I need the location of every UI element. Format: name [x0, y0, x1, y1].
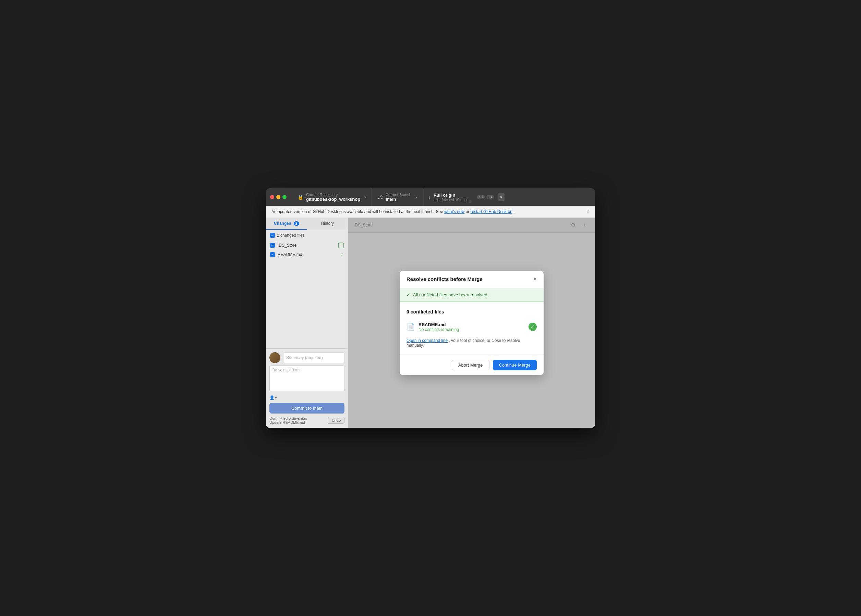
modal-footer: Abort Merge Continue Merge — [400, 355, 544, 375]
conflicted-count-label: 0 conflicted files — [406, 309, 537, 314]
update-text: An updated version of GitHub Desktop is … — [271, 209, 515, 214]
banner-close-button[interactable]: × — [586, 209, 590, 215]
modal-body: 0 conflicted files 📄 README.md No confli… — [400, 302, 544, 355]
pull-sublabel: Last fetched 19 minu... — [434, 198, 472, 202]
sidebar-spacer — [266, 259, 348, 349]
commit-footer: Committed 5 days ago Update README.md Un… — [269, 416, 345, 424]
file-name-readme: README.md — [278, 252, 338, 257]
modal-title: Resolve conflicts before Merge — [406, 276, 483, 282]
pull-labels: Pull origin Last fetched 19 minu... — [434, 193, 472, 202]
up-arrow-icon: ↑ — [479, 195, 480, 199]
branch-labels: Current Branch main — [386, 193, 411, 202]
commit-footer-left: Committed 5 days ago Update README.md — [269, 416, 307, 424]
file-conflict-details: README.md No conflicts remaining — [419, 322, 525, 332]
list-item[interactable]: ✓ .DS_Store + — [266, 240, 348, 250]
branch-name: main — [386, 196, 411, 202]
commit-input-row — [269, 352, 345, 363]
pull-badges: ↑ 1 ↓ 1 — [477, 195, 494, 200]
update-banner: An updated version of GitHub Desktop is … — [266, 206, 595, 218]
commit-area: 👤+ Commit to main Committed 5 days ago U… — [266, 349, 348, 428]
conflict-resolved-icon: ✓ — [529, 323, 537, 331]
command-line-text: Open in command line , your tool of choi… — [406, 338, 537, 348]
repo-label: Current Repository — [306, 193, 360, 196]
coauthor-icon: 👤+ — [269, 395, 277, 400]
pull-dropdown-button[interactable]: ▾ — [498, 193, 505, 201]
avatar — [269, 352, 280, 363]
abort-merge-button[interactable]: Abort Merge — [452, 360, 490, 370]
pull-down-badge: ↓ 1 — [486, 195, 494, 200]
right-panel: .DS_Store ⚙ + Resolve conflicts before M… — [348, 218, 595, 428]
conflict-file-status: No conflicts remaining — [419, 327, 525, 332]
current-repo-section[interactable]: 🔒 Current Repository githubdesktop_works… — [292, 188, 372, 206]
sidebar-tabs: Changes 2 History — [266, 218, 348, 230]
changes-count-badge: 2 — [294, 221, 299, 226]
open-command-line-link[interactable]: Open in command line — [406, 338, 448, 343]
changed-files-label: 2 changed files — [277, 233, 305, 238]
file-conflict-item: 📄 README.md No conflicts remaining ✓ — [406, 319, 537, 335]
whats-new-link[interactable]: what's new — [444, 209, 464, 214]
committed-label: Committed 5 days ago — [269, 416, 307, 420]
repo-name: githubdesktop_workshop — [306, 196, 360, 202]
conflict-file-name: README.md — [419, 322, 525, 327]
pull-down-count: 1 — [491, 195, 493, 199]
minimize-button[interactable] — [276, 195, 280, 199]
traffic-lights — [270, 195, 286, 199]
tab-history[interactable]: History — [307, 218, 348, 230]
toolbar: 🔒 Current Repository githubdesktop_works… — [292, 188, 591, 206]
file-checkbox-readme[interactable]: ✓ — [270, 252, 275, 257]
maximize-button[interactable] — [282, 195, 286, 199]
lock-icon: 🔒 — [297, 194, 303, 200]
list-item[interactable]: ✓ README.md ✓ — [266, 250, 348, 259]
changed-files-header: ✓ 2 changed files — [266, 230, 348, 240]
restart-link[interactable]: restart GitHub Desktop — [471, 209, 512, 214]
repo-chevron-icon: ▾ — [364, 195, 366, 199]
pull-up-count: 1 — [481, 195, 483, 199]
close-button[interactable] — [270, 195, 274, 199]
file-conflict-file-icon: 📄 — [406, 323, 415, 331]
repo-labels: Current Repository githubdesktop_worksho… — [306, 193, 360, 202]
modal-success-banner: ✓ All conflicted files have been resolve… — [400, 288, 544, 302]
titlebar: 🔒 Current Repository githubdesktop_works… — [266, 188, 595, 206]
modal-close-button[interactable]: × — [533, 276, 537, 282]
undo-button[interactable]: Undo — [328, 417, 345, 424]
file-name-ds-store: .DS_Store — [278, 243, 335, 248]
select-all-checkbox[interactable]: ✓ — [270, 233, 275, 238]
tab-changes[interactable]: Changes 2 — [266, 218, 307, 230]
summary-input[interactable] — [283, 352, 345, 363]
branch-chevron-icon: ▾ — [416, 195, 417, 199]
success-message: All conflicted files have been resolved. — [413, 292, 488, 297]
resolve-conflicts-modal: Resolve conflicts before Merge × ✓ All c… — [400, 271, 544, 375]
pull-label: Pull origin — [434, 193, 472, 198]
description-textarea[interactable] — [269, 365, 345, 391]
modal-header: Resolve conflicts before Merge × — [400, 271, 544, 288]
file-status-icon-ds-store: + — [338, 242, 344, 248]
commit-button[interactable]: Commit to main — [269, 403, 345, 413]
app-window: 🔒 Current Repository githubdesktop_works… — [266, 188, 595, 428]
pull-up-badge: ↑ 1 — [477, 195, 485, 200]
sidebar: Changes 2 History ✓ 2 changed files ✓ .D… — [266, 218, 348, 428]
file-checkbox-ds-store[interactable]: ✓ — [270, 243, 275, 248]
down-arrow-icon: ↓ — [488, 195, 490, 199]
main-content: Changes 2 History ✓ 2 changed files ✓ .D… — [266, 218, 595, 428]
current-branch-section[interactable]: ⎇ Current Branch main ▾ — [372, 188, 423, 206]
add-coauthor-button[interactable]: 👤+ — [269, 395, 345, 400]
file-checkmark-readme: ✓ — [340, 252, 344, 257]
modal-overlay: Resolve conflicts before Merge × ✓ All c… — [348, 218, 595, 428]
committed-message: Update README.md — [269, 420, 307, 424]
continue-merge-button[interactable]: Continue Merge — [493, 360, 537, 370]
branch-label: Current Branch — [386, 193, 411, 196]
avatar-image — [269, 352, 280, 363]
branch-icon: ⎇ — [377, 194, 383, 200]
success-check-icon: ✓ — [406, 292, 410, 297]
pull-origin-section[interactable]: ↓ Pull origin Last fetched 19 minu... ↑ … — [423, 188, 510, 206]
pull-arrow-icon: ↓ — [428, 194, 431, 200]
